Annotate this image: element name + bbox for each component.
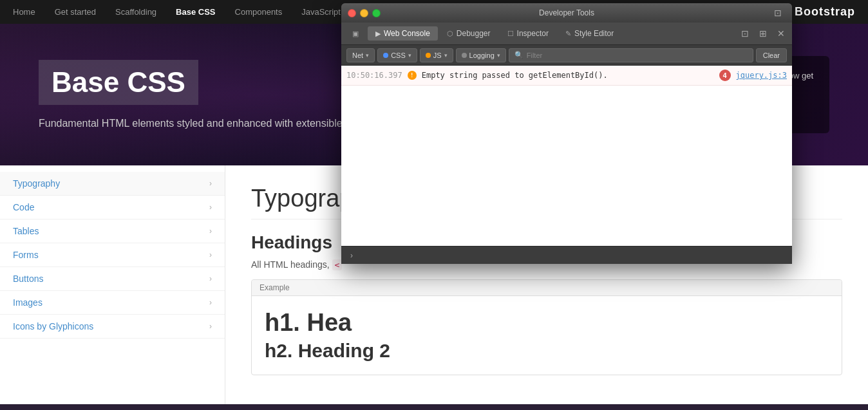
chevron-right-icon: › [209, 298, 212, 307]
console-message: Empty string passed to getElementById(). [422, 71, 714, 80]
copy-icon[interactable]: ⊡ [737, 26, 753, 41]
sidebar-label-buttons: Buttons [13, 274, 43, 284]
console-timestamp: 10:50:16.397 [346, 71, 402, 80]
devtools-toolbar: Net ▾ CSS ▾ JS ▾ Logging ▾ 🔍 Clear [341, 45, 792, 66]
nav-javascript[interactable]: JavaScript [301, 7, 341, 17]
example-label: Example [252, 280, 842, 296]
sidebar-label-forms: Forms [13, 250, 39, 260]
footer-expand-button[interactable]: › [346, 250, 357, 261]
tab-inspector-label: Inspector [517, 29, 549, 38]
debugger-icon: ⬡ [447, 30, 453, 38]
sidebar-item-code[interactable]: Code › [0, 196, 225, 219]
console-row: 10:50:16.397 ! Empty string passed to ge… [341, 66, 792, 86]
example-content: h1. Hea h2. Heading 2 [252, 296, 842, 375]
search-icon: 🔍 [514, 51, 524, 59]
h1-example: h1. Hea [265, 309, 829, 337]
style-editor-icon: ✎ [565, 30, 571, 38]
devtools-tab-actions: ⊡ [770, 5, 786, 21]
chevron-right-icon: › [209, 179, 212, 188]
hero-subtitle: Fundamental HTML elements styled and enh… [39, 118, 382, 129]
css-chevron-icon: ▾ [408, 52, 411, 59]
devtools-right-actions: ⊡ ⊞ ✕ [737, 26, 789, 41]
logging-chevron-icon: ▾ [497, 52, 500, 59]
h2-example: h2. Heading 2 [265, 340, 829, 362]
code-ref-h: < [332, 259, 343, 270]
sidebar-label-code: Code [13, 202, 34, 212]
hero-left: Base CSS Fundamental HTML elements style… [39, 60, 382, 129]
devtools-tabs: ▣ ▶ Web Console ⬡ Debugger ☐ Inspector ✎… [341, 23, 792, 45]
settings-icon[interactable]: ⊞ [755, 26, 771, 41]
nav-get-started[interactable]: Get started [55, 7, 96, 17]
hero-title: Base CSS [39, 60, 198, 105]
sidebar-label-typography: Typography [13, 178, 60, 189]
panel-icon: ▣ [352, 30, 359, 38]
sidebar-item-tables[interactable]: Tables › [0, 219, 225, 243]
devtools-titlebar: Developer Tools ⊡ [341, 3, 792, 23]
css-filter-label: CSS [391, 51, 406, 59]
filter-input-wrap[interactable]: 🔍 [509, 48, 753, 62]
sidebar-item-buttons[interactable]: Buttons › [0, 267, 225, 291]
js-dot-icon [426, 53, 431, 58]
devtools-footer: › [341, 246, 792, 264]
nav-components[interactable]: Components [235, 7, 283, 17]
logging-dot-icon [462, 53, 467, 58]
nav-scaffolding[interactable]: Scaffolding [115, 7, 156, 17]
inspector-icon: ☐ [507, 30, 514, 38]
js-filter-label: JS [433, 51, 442, 59]
nav-base-css[interactable]: Base CSS [176, 7, 215, 17]
tab-debugger-label: Debugger [457, 29, 491, 38]
console-empty-area [341, 86, 792, 214]
chevron-right-icon: › [209, 274, 212, 283]
tab-style-editor-label: Style Editor [574, 29, 614, 38]
clear-button[interactable]: Clear [756, 48, 787, 62]
tab-web-console-label: Web Console [384, 29, 430, 38]
filter-group: Net ▾ CSS ▾ JS ▾ Logging ▾ [346, 48, 506, 62]
chevron-right-icon: › [209, 322, 212, 331]
close-devtools-icon[interactable]: ✕ [773, 26, 789, 41]
nav-home[interactable]: Home [13, 7, 35, 17]
tab-web-console[interactable]: ▶ Web Console [368, 26, 438, 41]
window-maximize-button[interactable] [372, 9, 381, 17]
sidebar-label-icons: Icons by Glyphicons [13, 321, 93, 331]
example-box: Example h1. Hea h2. Heading 2 [251, 279, 842, 375]
window-close-button[interactable] [348, 9, 356, 17]
sidebar: Typography › Code › Tables › Forms › But… [0, 165, 225, 404]
tab-net-panel[interactable]: ▣ [344, 27, 366, 41]
devtools-window: Developer Tools ⊡ ▣ ▶ Web Console ⬡ Debu… [341, 3, 792, 264]
chevron-right-icon: › [209, 227, 212, 236]
filter-input[interactable] [527, 51, 748, 59]
sidebar-item-typography[interactable]: Typography › [0, 172, 225, 196]
console-count-badge: 4 [719, 70, 731, 81]
sidebar-item-icons[interactable]: Icons by Glyphicons › [0, 315, 225, 339]
net-chevron-icon: ▾ [366, 52, 369, 59]
console-icon: ▶ [375, 30, 381, 38]
console-source-link[interactable]: jquery.js:3 [736, 71, 787, 80]
logging-filter-label: Logging [469, 51, 495, 59]
sidebar-label-images: Images [13, 297, 42, 308]
js-chevron-icon: ▾ [444, 52, 448, 59]
chevron-right-icon: › [209, 203, 212, 212]
warning-icon: ! [408, 71, 417, 80]
css-dot-icon [383, 53, 388, 58]
window-minimize-button[interactable] [360, 9, 368, 17]
css-filter-button[interactable]: CSS ▾ [377, 48, 417, 62]
navbar-brand: Bootstrap [795, 5, 855, 19]
chevron-right-icon: › [209, 250, 212, 259]
devtools-expand-icon[interactable]: ⊡ [770, 5, 786, 21]
tab-inspector[interactable]: ☐ Inspector [500, 26, 556, 41]
tab-debugger[interactable]: ⬡ Debugger [439, 26, 498, 41]
tab-style-editor[interactable]: ✎ Style Editor [558, 26, 621, 41]
sidebar-item-images[interactable]: Images › [0, 291, 225, 315]
sidebar-label-tables: Tables [13, 226, 39, 236]
net-filter-button[interactable]: Net ▾ [346, 48, 375, 62]
devtools-title: Developer Tools [539, 8, 594, 17]
net-filter-label: Net [352, 51, 363, 59]
sidebar-item-forms[interactable]: Forms › [0, 243, 225, 267]
devtools-content: 10:50:16.397 ! Empty string passed to ge… [341, 66, 792, 246]
js-filter-button[interactable]: JS ▾ [420, 48, 453, 62]
logging-filter-button[interactable]: Logging ▾ [456, 48, 506, 62]
